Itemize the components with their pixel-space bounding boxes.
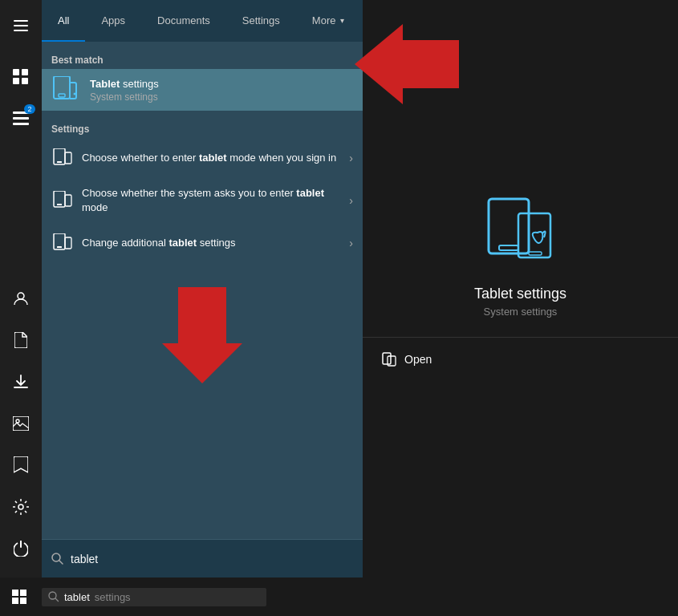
sidebar-account-icon[interactable] xyxy=(2,279,40,318)
tab-bar: All Apps Documents Settings More ▾ ··· ✕ xyxy=(42,0,363,42)
sidebar: 2 xyxy=(0,0,42,578)
svg-rect-15 xyxy=(59,94,65,97)
start-button[interactable] xyxy=(0,578,39,616)
settings-item-2-arrow: › xyxy=(349,194,353,207)
taskbar: tablet settings xyxy=(0,578,678,616)
chevron-down-icon: ▾ xyxy=(340,16,344,25)
search-box xyxy=(42,539,363,578)
svg-rect-8 xyxy=(13,117,29,120)
preview-panel: Tablet settings System settings Open xyxy=(363,0,678,578)
svg-rect-14 xyxy=(54,76,70,99)
settings-item-3-text: Change additional tablet settings xyxy=(82,236,349,250)
settings-item-3[interactable]: Change additional tablet settings › xyxy=(42,223,363,263)
sidebar-document-icon[interactable] xyxy=(2,321,40,359)
results-list: Best match Tablet settings System settin… xyxy=(42,42,363,539)
settings-section-label: Settings xyxy=(42,117,363,138)
best-match-title: Tablet settings xyxy=(90,78,353,90)
taskbar-search-bar[interactable]: tablet settings xyxy=(42,588,266,606)
preview-actions: Open xyxy=(363,338,678,381)
preview-title: Tablet settings xyxy=(474,286,566,302)
preview-open-button[interactable]: Open xyxy=(382,347,659,371)
svg-marker-26 xyxy=(162,287,242,383)
tablet-settings-icon xyxy=(51,75,80,104)
svg-rect-2 xyxy=(14,30,28,31)
svg-point-16 xyxy=(74,93,76,95)
tab-documents[interactable]: Documents xyxy=(141,0,226,42)
sidebar-download-icon[interactable] xyxy=(2,363,40,401)
down-arrow-annotation xyxy=(162,287,242,383)
search-panel: All Apps Documents Settings More ▾ ··· ✕… xyxy=(42,0,363,578)
sidebar-image-icon[interactable] xyxy=(2,404,40,443)
best-match-item[interactable]: Tablet settings System settings xyxy=(42,69,363,111)
search-query-value: tablet xyxy=(64,591,90,603)
taskbar-search-icon xyxy=(48,591,59,602)
preview-tablet-icon xyxy=(485,197,557,273)
svg-rect-19 xyxy=(65,152,71,164)
settings-item-1[interactable]: Choose whether to enter tablet mode when… xyxy=(42,138,363,178)
tab-all[interactable]: All xyxy=(42,0,85,42)
tab-more[interactable]: More ▾ xyxy=(296,0,361,42)
sidebar-list-icon[interactable]: 2 xyxy=(2,99,40,138)
open-label: Open xyxy=(404,353,432,366)
preview-subtitle: System settings xyxy=(484,306,558,318)
windows-logo xyxy=(12,590,26,604)
svg-rect-31 xyxy=(518,213,550,257)
sidebar-grid-icon[interactable] xyxy=(2,58,40,96)
svg-rect-30 xyxy=(499,245,518,250)
svg-rect-24 xyxy=(57,246,62,248)
svg-point-10 xyxy=(18,293,24,299)
svg-rect-32 xyxy=(529,252,542,255)
open-icon xyxy=(382,352,396,367)
search-input[interactable] xyxy=(71,553,353,565)
svg-rect-6 xyxy=(22,78,28,84)
tab-settings[interactable]: Settings xyxy=(226,0,296,42)
svg-rect-11 xyxy=(13,416,29,431)
tab-apps[interactable]: Apps xyxy=(85,0,141,42)
left-arrow-annotation xyxy=(355,24,459,104)
svg-rect-3 xyxy=(13,69,19,75)
svg-rect-0 xyxy=(14,20,28,22)
svg-rect-9 xyxy=(13,123,29,125)
best-match-text: Tablet settings System settings xyxy=(90,78,353,103)
settings-item-1-icon xyxy=(51,147,74,169)
svg-rect-4 xyxy=(22,69,28,75)
svg-rect-22 xyxy=(65,195,71,206)
svg-rect-1 xyxy=(14,25,28,26)
settings-item-1-arrow: › xyxy=(349,152,353,164)
svg-rect-5 xyxy=(13,78,19,84)
settings-item-2[interactable]: Choose whether the system asks you to en… xyxy=(42,178,363,223)
best-match-label: Best match xyxy=(42,48,363,69)
search-placeholder: settings xyxy=(95,591,131,603)
svg-point-13 xyxy=(18,505,23,509)
settings-item-3-icon xyxy=(51,232,74,254)
settings-item-2-text: Choose whether the system asks you to en… xyxy=(82,186,349,215)
sidebar-bookmark-icon[interactable] xyxy=(2,446,40,484)
settings-item-1-text: Choose whether to enter tablet mode when… xyxy=(82,151,349,165)
search-icon xyxy=(51,553,64,565)
svg-rect-33 xyxy=(383,353,391,364)
svg-rect-18 xyxy=(57,161,62,163)
best-match-subtitle: System settings xyxy=(90,91,353,103)
sidebar-hamburger[interactable] xyxy=(2,6,40,45)
settings-item-2-icon xyxy=(51,189,74,212)
settings-item-3-arrow: › xyxy=(349,237,353,249)
sidebar-power-icon[interactable] xyxy=(2,529,40,568)
svg-point-12 xyxy=(16,419,19,423)
preview-content: Tablet settings System settings Open xyxy=(363,0,678,578)
sidebar-settings-icon[interactable] xyxy=(2,488,40,526)
svg-marker-28 xyxy=(355,24,459,104)
svg-rect-21 xyxy=(57,204,62,205)
svg-rect-25 xyxy=(65,237,71,249)
